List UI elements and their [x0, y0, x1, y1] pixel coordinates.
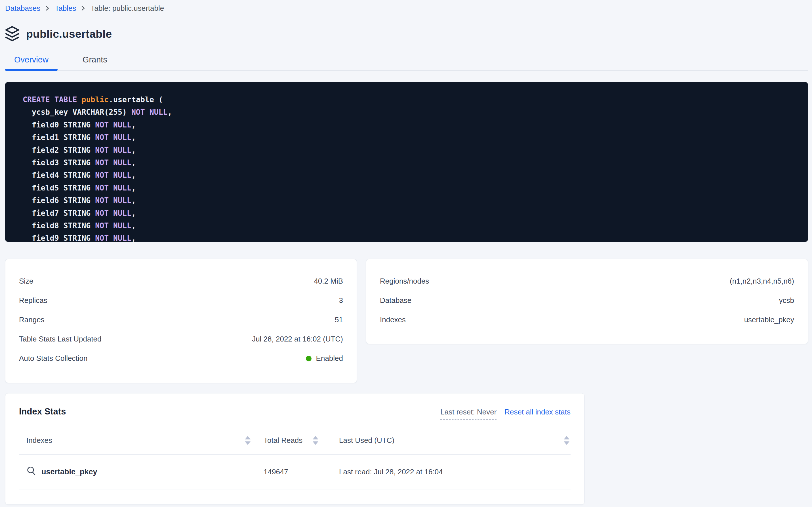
code-line: field0 STRING NOT NULL,	[23, 119, 797, 131]
index-table-header: Indexes Total Reads Last Used (UTC)	[19, 436, 571, 455]
column-header-last-used[interactable]: Last Used (UTC)	[339, 436, 571, 445]
detail-row-auto-stats: Auto Stats Collection Enabled	[19, 354, 343, 373]
status-text: Enabled	[316, 354, 343, 363]
detail-value: usertable_pkey	[744, 316, 794, 324]
detail-value: Jul 28, 2022 at 16:02 (UTC)	[252, 335, 343, 343]
detail-row-database: Database ycsb	[380, 296, 794, 316]
detail-row-replicas: Replicas 3	[19, 296, 343, 316]
index-stats-header: Index Stats Last reset: Never Reset all …	[19, 406, 571, 419]
breadcrumb-tables[interactable]: Tables	[55, 4, 76, 13]
column-header-indexes[interactable]: Indexes	[19, 436, 264, 445]
detail-cards: Size 40.2 MiB Replicas 3 Ranges 51 Table…	[5, 259, 808, 383]
detail-value: 51	[335, 316, 343, 324]
detail-label: Regions/nodes	[380, 277, 429, 286]
placement-details-card: Regions/nodes (n1,n2,n3,n4,n5,n6) Databa…	[366, 259, 808, 344]
page-header: public.usertable	[5, 25, 808, 43]
code-line: field1 STRING NOT NULL,	[23, 131, 797, 144]
detail-label: Indexes	[380, 316, 406, 324]
index-name: usertable_pkey	[42, 467, 97, 476]
detail-value: ycsb	[779, 296, 794, 305]
breadcrumb: Databases Tables Table: public.usertable	[5, 0, 808, 12]
table-detail-page: Databases Tables Table: public.usertable…	[0, 0, 812, 507]
index-stats-title: Index Stats	[19, 406, 66, 417]
detail-label: Size	[19, 277, 34, 286]
detail-value: (n1,n2,n3,n4,n5,n6)	[730, 277, 794, 286]
index-name-cell[interactable]: usertable_pkey	[19, 466, 264, 478]
detail-label: Ranges	[19, 316, 45, 324]
sort-icon	[313, 436, 318, 445]
detail-value: 3	[339, 296, 343, 305]
detail-label: Database	[380, 296, 412, 305]
status-enabled-dot-icon	[306, 356, 312, 361]
code-line: field5 STRING NOT NULL,	[23, 182, 797, 194]
last-reset-label: Last reset: Never	[440, 408, 497, 419]
code-line: field8 STRING NOT NULL,	[23, 219, 797, 232]
reset-area: Last reset: Never Reset all index stats	[440, 408, 571, 419]
reset-all-index-stats-link[interactable]: Reset all index stats	[504, 408, 571, 416]
detail-row-ranges: Ranges 51	[19, 316, 343, 335]
tab-bar: Overview Grants	[5, 53, 808, 71]
code-line: field7 STRING NOT NULL,	[23, 207, 797, 219]
index-table-row: usertable_pkey 149647 Last read: Jul 28,…	[19, 455, 571, 490]
column-label: Total Reads	[264, 436, 302, 445]
last-used-cell: Last read: Jul 28, 2022 at 16:04	[339, 467, 571, 476]
column-label: Indexes	[26, 436, 52, 445]
index-stats-card: Index Stats Last reset: Never Reset all …	[5, 393, 584, 505]
detail-label: Table Stats Last Updated	[19, 335, 102, 343]
code-line: field6 STRING NOT NULL,	[23, 194, 797, 207]
code-line: CREATE TABLE public.usertable (	[23, 94, 797, 106]
detail-label: Auto Stats Collection	[19, 354, 87, 363]
detail-row-indexes: Indexes usertable_pkey	[380, 316, 794, 335]
code-line: ycsb_key VARCHAR(255) NOT NULL,	[23, 106, 797, 118]
column-label: Last Used (UTC)	[339, 436, 394, 445]
code-line: field2 STRING NOT NULL,	[23, 144, 797, 156]
page-title: public.usertable	[26, 28, 112, 40]
column-header-total-reads[interactable]: Total Reads	[264, 436, 339, 445]
magnifier-icon	[26, 466, 36, 478]
create-table-sql[interactable]: CREATE TABLE public.usertable ( ycsb_key…	[5, 82, 808, 242]
detail-row-regions: Regions/nodes (n1,n2,n3,n4,n5,n6)	[380, 277, 794, 296]
detail-label: Replicas	[19, 296, 47, 305]
table-stack-icon	[5, 25, 19, 43]
tab-grants[interactable]: Grants	[73, 53, 116, 70]
detail-row-stats-updated: Table Stats Last Updated Jul 28, 2022 at…	[19, 335, 343, 354]
detail-row-size: Size 40.2 MiB	[19, 277, 343, 296]
detail-value: 40.2 MiB	[314, 277, 343, 286]
status-badge: Enabled	[306, 354, 343, 363]
sort-icon	[564, 436, 569, 445]
tab-overview[interactable]: Overview	[5, 53, 58, 70]
breadcrumb-databases[interactable]: Databases	[5, 4, 40, 13]
code-line: field9 STRING NOT NULL,	[23, 232, 797, 242]
breadcrumb-current: Table: public.usertable	[90, 4, 164, 13]
table-details-card: Size 40.2 MiB Replicas 3 Ranges 51 Table…	[5, 259, 357, 383]
sort-icon	[245, 436, 251, 445]
chevron-right-icon	[81, 5, 85, 12]
code-line: field4 STRING NOT NULL,	[23, 169, 797, 181]
code-line: field3 STRING NOT NULL,	[23, 156, 797, 169]
chevron-right-icon	[45, 5, 50, 12]
total-reads-cell: 149647	[264, 467, 339, 476]
